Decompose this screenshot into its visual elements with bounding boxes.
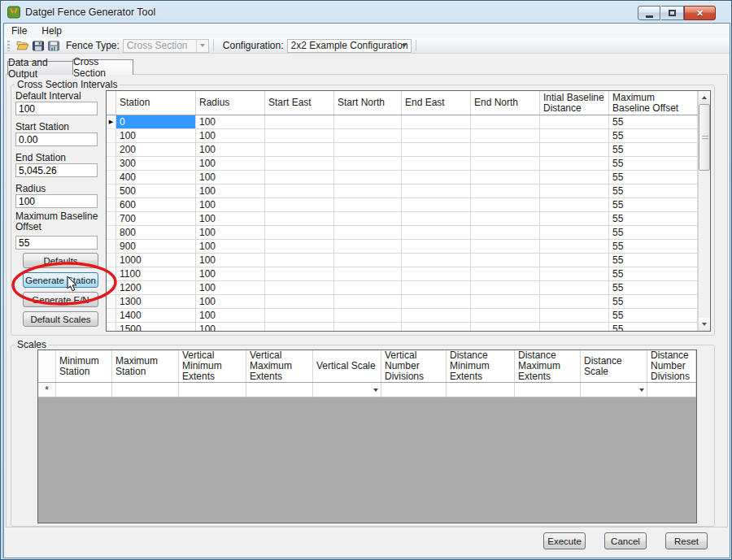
grid-cell[interactable]: 100 (196, 171, 265, 184)
grid-cell[interactable] (334, 129, 402, 143)
grid-cell[interactable] (402, 281, 471, 295)
row-header[interactable] (107, 198, 116, 212)
save-report-icon[interactable] (47, 39, 60, 52)
vertical-scrollbar[interactable] (698, 91, 710, 331)
grid-cell[interactable] (265, 171, 334, 184)
grid-cell[interactable] (471, 240, 540, 254)
menu-file[interactable]: File (4, 24, 34, 37)
column-header[interactable]: Maximum Baseline Offset (609, 91, 698, 115)
grid-cell[interactable] (471, 184, 540, 198)
configuration-combobox[interactable]: 2x2 Example Configuration (287, 39, 412, 53)
grid-cell[interactable]: 1000 (116, 254, 196, 267)
grid-cell[interactable] (540, 171, 609, 184)
grid-cell[interactable]: 55 (609, 157, 698, 171)
grid-cell[interactable]: 100 (196, 212, 265, 226)
row-header[interactable] (107, 157, 116, 171)
tab-cross-section[interactable]: Cross Section (72, 59, 133, 75)
grid-cell[interactable] (265, 115, 334, 129)
grid-cell[interactable]: 1400 (116, 309, 196, 323)
tab-data-and-output[interactable]: Data and Output (7, 61, 73, 75)
grid-cell[interactable] (56, 383, 112, 397)
grid-cell[interactable] (402, 323, 471, 331)
grid-cell[interactable] (334, 254, 402, 267)
grid-cell[interactable]: 55 (609, 212, 698, 226)
execute-button[interactable]: Execute (543, 532, 586, 549)
column-header[interactable]: Distance Number Divisions (647, 350, 696, 382)
grid-cell[interactable]: 100 (196, 240, 265, 254)
grid-cell[interactable]: 800 (116, 226, 196, 240)
grid-cell[interactable] (112, 383, 179, 397)
grid-cell[interactable] (540, 226, 609, 240)
open-file-icon[interactable] (16, 39, 29, 52)
grid-cell[interactable] (265, 267, 334, 281)
maximum-baseline-offset-input[interactable] (15, 236, 98, 250)
grid-cell[interactable]: 55 (609, 129, 698, 143)
grid-cell[interactable] (540, 267, 609, 281)
grid-cell[interactable] (265, 281, 334, 295)
grid-cell[interactable] (402, 240, 471, 254)
grid-cell[interactable] (313, 383, 381, 397)
titlebar[interactable]: Datgel Fence Generator Tool ✕ (1, 1, 732, 24)
grid-cell[interactable] (471, 295, 540, 309)
grid-cell[interactable] (402, 309, 471, 323)
grid-cell[interactable]: 55 (609, 309, 698, 323)
grid-cell[interactable] (265, 309, 334, 323)
grid-cell[interactable] (402, 212, 471, 226)
grid-cell[interactable] (647, 383, 696, 397)
grid-cell[interactable] (540, 240, 609, 254)
column-header[interactable]: Minimum Station (56, 350, 112, 382)
grid-cell[interactable] (540, 129, 609, 143)
grid-cell[interactable]: 300 (116, 157, 196, 171)
new-row-marker[interactable]: * (38, 383, 56, 397)
grid-cell[interactable] (471, 198, 540, 212)
row-header[interactable] (107, 323, 116, 331)
column-header[interactable]: Station (116, 91, 196, 115)
grid-cell[interactable] (402, 171, 471, 184)
grid-cell[interactable]: 55 (609, 184, 698, 198)
grid-cell[interactable] (540, 281, 609, 295)
column-header[interactable]: Start East (265, 91, 334, 115)
grid-cell[interactable] (334, 323, 402, 331)
grid-cell[interactable] (402, 198, 471, 212)
grid-cell[interactable]: 100 (196, 143, 265, 157)
grid-cell[interactable] (334, 184, 402, 198)
row-header[interactable] (107, 281, 116, 295)
column-header[interactable]: End East (402, 91, 471, 115)
grid-cell[interactable] (540, 198, 609, 212)
row-header[interactable] (107, 240, 116, 254)
generate-station-button[interactable]: Generate Station (23, 272, 98, 288)
grid-cell[interactable]: 1100 (116, 267, 196, 281)
grid-cell[interactable] (402, 157, 471, 171)
scroll-up-icon[interactable] (699, 91, 710, 104)
column-header[interactable]: Vertical Minimum Extents (179, 350, 246, 382)
row-header[interactable] (107, 295, 116, 309)
grid-cell[interactable] (515, 383, 581, 397)
grid-cell[interactable]: 55 (609, 171, 698, 184)
reset-button[interactable]: Reset (665, 532, 708, 549)
grid-cell[interactable]: 600 (116, 198, 196, 212)
grid-cell[interactable] (471, 212, 540, 226)
grid-cell[interactable]: 55 (609, 254, 698, 267)
grid-cell[interactable]: 55 (609, 198, 698, 212)
grid-cell[interactable] (581, 383, 647, 397)
row-header[interactable] (107, 226, 116, 240)
save-icon[interactable] (32, 39, 45, 52)
grid-cell[interactable] (334, 212, 402, 226)
grid-cell[interactable]: 55 (609, 281, 698, 295)
grid-cell[interactable]: 100 (196, 226, 265, 240)
column-header[interactable]: Start North (334, 91, 402, 115)
column-header[interactable]: Intial Baseline Distance (540, 91, 609, 115)
grid-cell[interactable]: 100 (196, 267, 265, 281)
grid-cell[interactable] (265, 129, 334, 143)
maximize-button[interactable] (661, 6, 684, 20)
column-header[interactable]: Distance Maximum Extents (515, 350, 581, 382)
grid-cell[interactable] (265, 212, 334, 226)
grid-cell[interactable]: 55 (609, 267, 698, 281)
grid-cell[interactable] (471, 281, 540, 295)
grid-cell[interactable] (179, 383, 246, 397)
grid-cell[interactable] (540, 254, 609, 267)
radius-input[interactable] (15, 194, 98, 208)
grid-cell[interactable] (334, 115, 402, 129)
column-header[interactable]: Radius (196, 91, 265, 115)
row-header[interactable] (107, 143, 116, 157)
